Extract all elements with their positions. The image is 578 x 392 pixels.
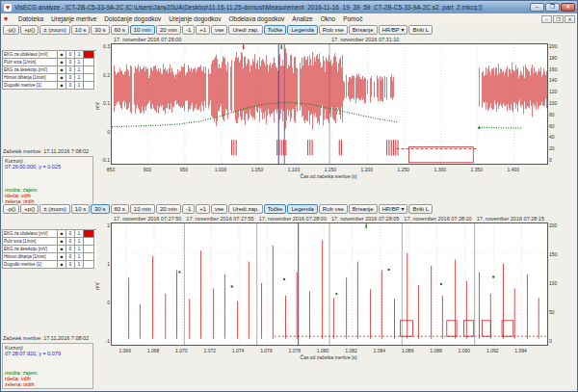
menu-item-3[interactable]: Določanje dogodkov	[100, 14, 165, 23]
toolbar-button-30-s[interactable]: 30 s	[91, 204, 109, 214]
signal-checkbox[interactable]: ■	[58, 59, 66, 66]
signal-checkbox[interactable]: ■	[58, 66, 66, 74]
toolbar-button-60-s[interactable]: 60 s	[111, 25, 129, 35]
signal-visible-cell[interactable]: 1	[75, 246, 84, 253]
toolbar-button-p[interactable]: +p()	[20, 25, 39, 35]
menu-item-8[interactable]: Pomoč	[339, 14, 366, 23]
signal-color-swatch[interactable]	[84, 51, 94, 59]
toolbar-button-bri-i-l[interactable]: Briši L	[408, 25, 433, 35]
mdi-close-icon[interactable]: ✕	[565, 15, 575, 23]
signal-axis-cell[interactable]: 0	[66, 238, 75, 246]
toolbar-button-60-s[interactable]: 60 s	[111, 204, 129, 214]
table-row[interactable]: EKG za obdelavo [mV]■01	[3, 230, 96, 238]
signal-axis-cell[interactable]: 0	[66, 51, 75, 59]
toolbar-button-legenda[interactable]: Legenda	[287, 25, 317, 35]
toolbar-button-uredi-zap[interactable]: Uredi zap.	[228, 204, 262, 214]
toolbar-button-10-min[interactable]: 10 min	[130, 204, 155, 214]
toolbar-button-20-min[interactable]: 20 min	[156, 25, 181, 35]
toolbar-button-zoom[interactable]: ± (zoom)	[39, 204, 70, 214]
signal-visible-cell[interactable]: 1	[75, 51, 84, 59]
toolbar-button-vse[interactable]: vse	[211, 204, 227, 214]
signal-axis-cell[interactable]: 0	[66, 82, 75, 90]
toolbar-button-p[interactable]: +p()	[20, 204, 39, 214]
toolbar-button-1[interactable]: +1	[196, 204, 210, 214]
table-row[interactable]: Hitrost dihanja [1/min]■01	[3, 253, 96, 261]
toolbar-button-to-ke[interactable]: Točke	[264, 204, 287, 214]
signal-checkbox[interactable]: ■	[58, 238, 66, 246]
table-row[interactable]: Hitrost dihanja [1/min]■01	[3, 74, 96, 82]
signal-color-swatch[interactable]	[84, 253, 94, 261]
menu-item-7[interactable]: Okno	[317, 14, 340, 23]
signal-color-swatch[interactable]	[84, 230, 94, 238]
menu-item-1[interactable]: Datoteka	[14, 14, 47, 23]
menu-item-6[interactable]: Analize	[288, 14, 316, 23]
menu-item-5[interactable]: Obdelava dogodkov	[224, 14, 288, 23]
signal-color-swatch[interactable]	[84, 59, 94, 66]
signal-axis-cell[interactable]: 0	[66, 261, 75, 269]
toolbar-button-zoom[interactable]: ± (zoom)	[39, 25, 70, 35]
signal-color-swatch[interactable]	[84, 66, 94, 74]
signal-checkbox[interactable]: ■	[58, 74, 66, 82]
signal-color-swatch[interactable]	[84, 261, 94, 269]
toolbar-button-brisanje[interactable]: Brisanje	[349, 204, 378, 214]
table-row[interactable]: Dogodki meritve [1]■01	[3, 261, 96, 269]
toolbar-button-rob-vse[interactable]: Rob vse	[319, 25, 348, 35]
signal-checkbox[interactable]: ■	[58, 230, 66, 238]
table-row[interactable]: EKG za detekcijo [mV]■01	[3, 246, 96, 253]
signal-axis-cell[interactable]: 0	[66, 66, 75, 74]
minimize-icon[interactable]: –	[530, 3, 544, 12]
signal-checkbox[interactable]: ■	[58, 253, 66, 261]
signal-visible-cell[interactable]: 1	[75, 66, 84, 74]
signal-visible-cell[interactable]: 1	[75, 74, 84, 82]
toolbar-button-hr-bp[interactable]: HR/BP ▾	[379, 25, 408, 35]
signal-visible-cell[interactable]: 1	[75, 230, 84, 238]
plot-region[interactable]	[111, 43, 548, 165]
toolbar-button-10-s[interactable]: 10 s	[71, 25, 90, 35]
table-row[interactable]: Pulz srca [1/min]■01	[3, 238, 96, 246]
signal-visible-cell[interactable]: 1	[75, 253, 84, 261]
toolbar-button-1[interactable]: +1	[196, 25, 210, 35]
signal-checkbox[interactable]: ■	[58, 82, 66, 90]
toolbar-button-uredi-zap[interactable]: Uredi zap.	[228, 25, 262, 35]
signal-visible-cell[interactable]: 1	[75, 261, 84, 269]
toolbar-button-30-s[interactable]: 30 s	[91, 25, 109, 35]
toolbar-button-10-s[interactable]: 10 s	[71, 204, 90, 214]
signal-axis-cell[interactable]: 0	[66, 253, 75, 261]
toolbar-button-to-ke[interactable]: Točke	[264, 25, 287, 35]
menu-item-2[interactable]: Urejanje meritve	[47, 14, 100, 23]
signal-color-swatch[interactable]	[84, 82, 94, 90]
toolbar-button-1[interactable]: -1	[182, 204, 195, 214]
table-row[interactable]: Dogodki meritve [1]■01	[3, 82, 96, 90]
toolbar-button-20-min[interactable]: 20 min	[156, 204, 181, 214]
table-row[interactable]: EKG za obdelavo [mV]■01	[3, 51, 96, 59]
signal-visible-cell[interactable]: 1	[75, 59, 84, 66]
table-row[interactable]: Pulz srca [1/min]■01	[3, 59, 96, 66]
signal-visible-cell[interactable]: 1	[75, 238, 84, 246]
signal-checkbox[interactable]: ■	[58, 51, 66, 59]
toolbar-button-bri-i-l[interactable]: Briši L	[408, 204, 433, 214]
signal-checkbox[interactable]: ■	[58, 246, 66, 253]
maximize-icon[interactable]: ❐	[545, 3, 560, 12]
signal-axis-cell[interactable]: 0	[66, 246, 75, 253]
toolbar-button-legenda[interactable]: Legenda	[287, 204, 317, 214]
toolbar-button-vse[interactable]: vse	[211, 25, 227, 35]
toolbar-button-1[interactable]: -1	[182, 25, 195, 35]
mdi-restore-icon[interactable]: ❐	[553, 15, 564, 23]
close-icon[interactable]: ✕	[561, 3, 575, 12]
table-row[interactable]: EKG za detekcijo [mV]■01	[3, 66, 96, 74]
signal-color-swatch[interactable]	[84, 246, 94, 253]
signal-axis-cell[interactable]: 0	[66, 230, 75, 238]
toolbar-button-rob-vse[interactable]: Rob vse	[319, 204, 348, 214]
signal-axis-cell[interactable]: 0	[66, 59, 75, 66]
toolbar-button-p[interactable]: -p()	[3, 204, 19, 214]
signal-checkbox[interactable]: ■	[58, 261, 66, 269]
signal-axis-cell[interactable]: 0	[66, 74, 75, 82]
signal-color-swatch[interactable]	[84, 74, 94, 82]
mdi-minimize-icon[interactable]: –	[541, 15, 552, 23]
title-bar[interactable]: ♥ VisECG analyze - [CT-2B-C5-33-9A-2C [C…	[1, 1, 577, 13]
signal-visible-cell[interactable]: 1	[75, 82, 84, 90]
signal-color-swatch[interactable]	[84, 238, 94, 246]
menu-item-4[interactable]: Urejanje dogodkov	[165, 14, 224, 23]
plot-region[interactable]	[111, 222, 548, 346]
toolbar-button-p[interactable]: -p()	[3, 25, 19, 35]
